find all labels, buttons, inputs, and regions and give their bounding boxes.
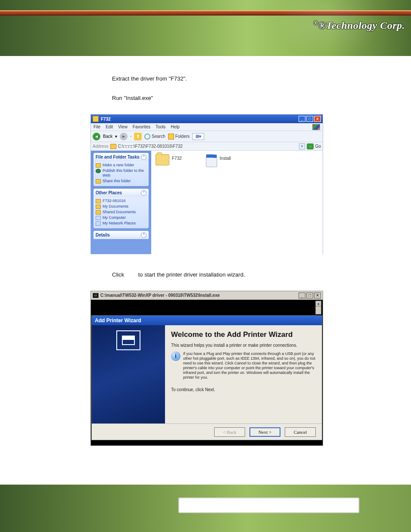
search-tool[interactable]: Search	[144, 134, 165, 140]
explorer-screenshot: F732 _ □ × File Edit View Favorites Tool…	[90, 114, 323, 254]
place-my-computer[interactable]: My Computer	[96, 215, 146, 221]
address-folder-icon	[110, 144, 116, 149]
folder-icon	[96, 210, 101, 215]
maximize-button[interactable]: □	[306, 116, 313, 122]
wizard-titlebar: Add Printer Wizard	[92, 316, 322, 325]
cmd-close[interactable]: ×	[314, 292, 321, 299]
close-button[interactable]: ×	[314, 116, 321, 122]
cmd-maximize[interactable]: □	[306, 292, 313, 299]
wizard-continue: To continue, click Next.	[171, 387, 316, 392]
wizard-body: Welcome to the Add Printer Wizard This w…	[92, 325, 322, 423]
tasks-title: File and Folder Tasks	[96, 155, 140, 159]
task-make-folder[interactable]: Make a new folder	[96, 162, 146, 168]
up-button[interactable]: ⬆	[134, 133, 142, 140]
explorer-toolbar: ◄ Back ▾ ► · ⬆ Search Folders ⊞▾	[91, 131, 323, 142]
folder-label: F732	[172, 154, 182, 161]
task-publish-web[interactable]: Publish this folder to the Web	[96, 168, 146, 178]
file-label: Install	[220, 154, 231, 161]
wizard-info-box: i If you have a Plug and Play printer th…	[171, 352, 316, 383]
menu-tools[interactable]: Tools	[156, 124, 165, 129]
collapse-icon[interactable]: ˄	[141, 190, 146, 196]
folder-icon	[156, 154, 169, 165]
cmd-icon: c\	[93, 293, 99, 298]
folder-item-f732[interactable]: F732	[156, 154, 182, 165]
file-folder-tasks-panel: File and Folder Tasks˄ Make a new folder…	[93, 153, 149, 186]
file-item-install[interactable]: Install	[206, 154, 231, 167]
explorer-sidebar: File and Folder Tasks˄ Make a new folder…	[91, 151, 151, 254]
folder-icon	[96, 199, 101, 203]
back-dropdown[interactable]: ▾	[115, 134, 117, 139]
computer-icon	[96, 216, 101, 220]
printer-icon	[116, 330, 140, 350]
place-parent-folder[interactable]: F732-081016	[96, 198, 146, 204]
wizard-info-text: If you have a Plug and Play printer that…	[183, 352, 316, 380]
menu-edit[interactable]: Edit	[106, 124, 113, 129]
address-dropdown[interactable]: ▾	[299, 143, 305, 149]
menu-help[interactable]: Help	[171, 124, 180, 129]
minimize-button[interactable]: _	[299, 116, 305, 122]
task-share-folder[interactable]: Share this folder	[96, 178, 146, 184]
back-button[interactable]: ◄	[93, 133, 100, 140]
expand-icon[interactable]: ˅	[141, 232, 146, 238]
folder-icon	[96, 205, 101, 209]
cmd-scrollbar[interactable]: ▴	[315, 301, 321, 314]
step-extract: Extract the driver from "F732".	[112, 75, 385, 82]
registered-mark: ®	[313, 20, 318, 26]
explorer-menubar: File Edit View Favorites Tools Help	[91, 123, 323, 131]
back-label[interactable]: Back	[103, 134, 112, 139]
address-path[interactable]: C:\□□□□\F732\F732-081016\F732	[118, 144, 297, 149]
folders-icon	[168, 134, 174, 140]
click-before: Click	[112, 271, 124, 278]
explorer-titlebar: F732 _ □ ×	[91, 115, 323, 123]
step-run: Run "Install.exe"	[112, 95, 385, 101]
collapse-icon[interactable]: ˄	[141, 154, 146, 160]
folder-icon	[96, 163, 101, 168]
menu-favorites[interactable]: Favorites	[133, 124, 150, 129]
network-icon	[96, 221, 101, 226]
document-content: Extract the driver from "F732". Run "Ins…	[90, 75, 385, 472]
wizard-text-pane: Welcome to the Add Printer Wizard This w…	[165, 325, 322, 423]
brand-label: ®Technology Corp.	[318, 20, 405, 31]
wizard-button-bar: < Back Next > Cancel	[92, 423, 322, 440]
page-footer-graphic	[0, 485, 411, 532]
next-button[interactable]: Next >	[249, 427, 280, 437]
menu-view[interactable]: View	[118, 124, 128, 129]
cancel-button[interactable]: Cancel	[285, 427, 316, 437]
cmd-titlebar: c\ C:\manual\TW532-WinXP driver - 090318…	[91, 291, 323, 300]
details-panel-header[interactable]: Details˅	[93, 231, 149, 239]
place-shared-documents[interactable]: Shared Documents	[96, 209, 146, 215]
add-printer-wizard-window: Add Printer Wizard Welcome to the Add Pr…	[91, 315, 322, 440]
address-bar: Address C:\□□□□\F732\F732-081016\F732 ▾ …	[91, 142, 323, 151]
explorer-body: File and Folder Tasks˄ Make a new folder…	[91, 151, 323, 254]
cmd-minimize[interactable]: _	[299, 292, 305, 299]
back-button: < Back	[214, 427, 245, 437]
folders-label: Folders	[175, 134, 190, 139]
brand-text: ®®Technology Corp.	[313, 20, 405, 31]
globe-icon	[96, 169, 101, 173]
go-button[interactable]: →	[307, 143, 314, 149]
place-network-places[interactable]: My Network Places	[96, 221, 146, 226]
menu-file[interactable]: File	[93, 124, 100, 129]
details-title: Details	[96, 233, 110, 237]
place-my-documents[interactable]: My Documents	[96, 204, 146, 209]
forward-button[interactable]: ►	[120, 133, 128, 140]
cmd-body: ▴	[91, 300, 323, 315]
search-icon	[144, 134, 150, 140]
address-label: Address	[93, 144, 109, 149]
details-panel: Details˅	[93, 231, 149, 239]
tasks-panel-header[interactable]: File and Folder Tasks˄	[93, 153, 149, 161]
explorer-file-pane[interactable]: F732 Install	[151, 151, 323, 254]
step-click: Click to start the printer driver instal…	[112, 271, 385, 278]
views-button[interactable]: ⊞▾	[192, 133, 204, 140]
scroll-up-icon[interactable]: ▴	[316, 301, 321, 306]
folders-tool[interactable]: Folders	[168, 134, 190, 140]
folder-icon	[96, 179, 101, 184]
click-after: to start the printer driver installation…	[138, 271, 245, 278]
places-panel-header[interactable]: Other Places˄	[93, 189, 149, 197]
other-places-panel: Other Places˄ F732-081016 My Documents S…	[93, 189, 149, 228]
places-title: Other Places	[96, 190, 122, 195]
search-label: Search	[152, 134, 165, 139]
exe-icon	[206, 154, 217, 167]
folder-window-icon	[93, 116, 99, 122]
go-label[interactable]: Go	[315, 144, 321, 149]
